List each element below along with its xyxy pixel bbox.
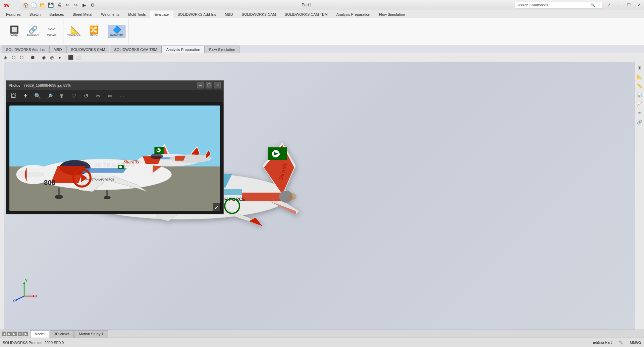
toolbar-btn-3[interactable]: ⬡ bbox=[18, 54, 25, 61]
save-button[interactable]: 💾 bbox=[47, 1, 54, 9]
window-controls: ? ─ ❐ ✕ bbox=[604, 0, 644, 10]
addin-tab-analysis-preparation[interactable]: Analysis Preparation bbox=[162, 46, 205, 53]
tab-evaluate[interactable]: Evaluate bbox=[150, 10, 173, 18]
tab-model[interactable]: Model bbox=[30, 330, 49, 338]
tab-analysis-preparation[interactable]: Analysis Preparation bbox=[332, 10, 375, 18]
rebuild-button[interactable]: ▶ bbox=[80, 1, 88, 9]
minimize-button[interactable]: ─ bbox=[614, 0, 624, 10]
bottom-tabs: ◀ ▶ ▶| ⊕ |▶ Model 3D Views Motion Study … bbox=[0, 330, 644, 338]
toolbar-btn-4[interactable]: ⬢ bbox=[29, 54, 36, 61]
curves-icon: 〰 bbox=[48, 26, 55, 33]
redo-button[interactable]: ↪ bbox=[72, 1, 79, 9]
tab-surfaces[interactable]: Surfaces bbox=[45, 10, 68, 18]
reference-button[interactable]: 📐 Reference... bbox=[66, 25, 84, 38]
restore-button[interactable]: ❐ bbox=[624, 0, 634, 10]
addin-tab-cam-tbm[interactable]: SOLIDWORKS CAM TBM bbox=[110, 46, 161, 53]
tab-sketch[interactable]: Sketch bbox=[25, 10, 45, 18]
right-btn-dimension[interactable]: 📏 bbox=[636, 82, 644, 90]
viewport[interactable]: Photos - 79629_1586984698.jpg 53% ─ ❐ ✕ … bbox=[4, 62, 635, 330]
toolbar-btn-5[interactable]: ◉ bbox=[40, 54, 47, 61]
gallery-icon[interactable]: 🖼 bbox=[9, 91, 18, 101]
toolbar-btn-8[interactable]: ⬛ bbox=[67, 54, 74, 61]
delete-button[interactable]: 🗑 bbox=[57, 91, 66, 101]
addin-tab-mbd[interactable]: MBD bbox=[49, 46, 66, 53]
right-btn-view[interactable]: ⊞ bbox=[636, 64, 644, 72]
print-button[interactable]: 🖨 bbox=[55, 1, 63, 9]
zoom-in-button[interactable]: 🔍 bbox=[33, 91, 42, 101]
addin-tab-solidworks-cam[interactable]: SOLIDWORKS CAM bbox=[66, 46, 109, 53]
mirror-button[interactable]: 🔀 Mirror bbox=[85, 25, 102, 38]
photo-window-controls: ─ ❐ ✕ bbox=[197, 82, 221, 88]
undo-button[interactable]: ↩ bbox=[64, 1, 71, 9]
photo-minimize-button[interactable]: ─ bbox=[197, 82, 204, 88]
options-button[interactable]: ⚙ bbox=[89, 1, 96, 9]
close-button[interactable]: ✕ bbox=[634, 0, 644, 10]
photo-content: 808 PAKISTAN AIR FORCE Sherdils bbox=[6, 102, 223, 214]
intersect-button[interactable]: 🔗 Intersect bbox=[24, 25, 42, 38]
toolbar-btn-2[interactable]: ⬡ bbox=[10, 54, 17, 61]
mirror-icon: 🔀 bbox=[89, 26, 98, 33]
reference-icon: 📐 bbox=[70, 26, 79, 33]
status-left: SOLIDWORKS Premium 2020 SP0.0 bbox=[3, 341, 64, 345]
toolbar-btn-7[interactable]: ● bbox=[56, 54, 63, 61]
more-button[interactable]: ⋯ bbox=[117, 91, 127, 101]
help-button[interactable]: ? bbox=[604, 0, 614, 10]
right-btn-chart[interactable]: 📈 bbox=[636, 100, 644, 108]
tab-3d-views[interactable]: 3D Views bbox=[50, 330, 74, 338]
add-photo-button[interactable]: + bbox=[21, 91, 30, 101]
photo-close-button[interactable]: ✕ bbox=[214, 82, 221, 88]
photo-titlebar: Photos - 79629_1586984698.jpg 53% ─ ❐ ✕ bbox=[6, 81, 223, 90]
tab-flow-simulation[interactable]: Flow Simulation bbox=[375, 10, 410, 18]
search-input[interactable] bbox=[515, 3, 589, 7]
right-btn-measure[interactable]: 📐 bbox=[636, 73, 644, 81]
tab-mold-tools[interactable]: Mold Tools bbox=[124, 10, 150, 18]
quick-access-toolbar: 🏠 📄 📂 💾 🖨 ↩ ↪ ▶ ⚙ bbox=[20, 0, 98, 10]
favorite-button[interactable]: ♡ bbox=[69, 91, 78, 101]
nav-last-button[interactable]: ▶| bbox=[12, 332, 17, 336]
addin-tab-flow-simulation[interactable]: Flow Simulation bbox=[205, 46, 240, 53]
toolbar-sep-3 bbox=[65, 55, 65, 61]
search-bar[interactable]: 🔍 bbox=[515, 2, 602, 8]
svg-text:★: ★ bbox=[278, 152, 281, 156]
photo-restore-button[interactable]: ❐ bbox=[206, 82, 212, 88]
rotate-button[interactable]: ↺ bbox=[81, 91, 91, 101]
main-area: Photos - 79629_1586984698.jpg 53% ─ ❐ ✕ … bbox=[0, 62, 644, 330]
toolbar-btn-1[interactable]: ◈ bbox=[2, 54, 9, 61]
ribbon-toolbar: ◈ ⬡ ⬡ ⬢ ◉ ◎ ● ⬛ ⬜ bbox=[0, 53, 644, 62]
addin-tab-solidworks-addins[interactable]: SOLIDWORKS Add-Ins bbox=[2, 46, 49, 53]
new-button[interactable]: 📄 bbox=[30, 1, 38, 9]
svg-text:808: 808 bbox=[44, 179, 55, 186]
home-button[interactable]: 🏠 bbox=[22, 1, 29, 9]
right-btn-table[interactable]: 📊 bbox=[636, 91, 644, 99]
nav-prev-button[interactable]: ◀ bbox=[2, 332, 6, 336]
nav-next-button[interactable]: ▶ bbox=[7, 332, 12, 336]
toolbar-btn-6[interactable]: ◎ bbox=[48, 54, 55, 61]
curves-button[interactable]: 〰 Curves bbox=[43, 25, 60, 38]
photo-expand-button[interactable]: ⤢ bbox=[213, 203, 221, 211]
right-btn-link[interactable]: 🔗 bbox=[636, 118, 644, 126]
svg-text:SW: SW bbox=[4, 4, 10, 7]
units-status: MMGS bbox=[630, 340, 641, 345]
nav-more-button[interactable]: ⊕ bbox=[18, 332, 22, 336]
right-btn-list[interactable]: ≡ bbox=[636, 109, 644, 117]
crop-button[interactable]: ✂ bbox=[93, 91, 103, 101]
tab-features[interactable]: Features bbox=[2, 10, 25, 18]
tab-mbd[interactable]: MBD bbox=[220, 10, 237, 18]
tab-motion-study[interactable]: Motion Study 1 bbox=[74, 330, 108, 338]
open-button[interactable]: 📂 bbox=[39, 1, 46, 9]
tab-solidworks-addins[interactable]: SOLIDWORKS Add-Ins bbox=[173, 10, 220, 18]
tab-sheet-metal[interactable]: Sheet Metal bbox=[68, 10, 97, 18]
tab-weldments[interactable]: Weldments bbox=[97, 10, 124, 18]
svg-text:Y: Y bbox=[25, 279, 28, 283]
tab-cam-tbm[interactable]: SOLIDWORKS CAM TBM bbox=[280, 10, 332, 18]
tab-solidworks-cam[interactable]: SOLIDWORKS CAM bbox=[237, 10, 280, 18]
intersect-icon: 🔗 bbox=[29, 26, 38, 33]
nav-end-button[interactable]: |▶ bbox=[23, 332, 28, 336]
zoom-out-button[interactable]: 🔎 bbox=[45, 91, 54, 101]
statusbar: SOLIDWORKS Premium 2020 SP0.0 Editing Pa… bbox=[0, 338, 644, 347]
wrap-button[interactable]: 🔲 Wrap bbox=[5, 25, 23, 38]
ribbon-mirror-btns: 📐 Reference... 🔀 Mirror bbox=[66, 25, 102, 38]
instant3d-button[interactable]: 🔷 Instant3D bbox=[108, 25, 125, 38]
edit-button[interactable]: ✏ bbox=[105, 91, 115, 101]
toolbar-btn-9[interactable]: ⬜ bbox=[75, 54, 83, 61]
